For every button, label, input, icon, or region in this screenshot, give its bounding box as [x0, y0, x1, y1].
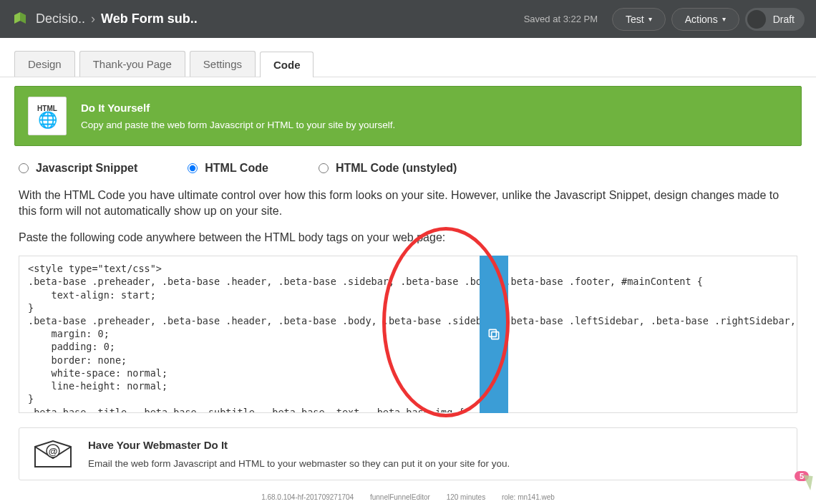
content: HTML 🌐 Do It Yourself Copy and paste the… [0, 77, 816, 480]
html-globe-icon: HTML 🌐 [28, 97, 67, 135]
tab-thankyou[interactable]: Thank-you Page [79, 51, 185, 77]
tab-design[interactable]: Design [14, 51, 75, 77]
help-badge[interactable]: 5 [802, 475, 812, 490]
breadcrumb: Decisio.. › Web Form sub.. [36, 11, 198, 26]
footer-role: role: mn141.web [502, 493, 555, 501]
radio-input-html[interactable] [188, 163, 198, 173]
saved-status: Saved at 3:22 PM [524, 14, 598, 24]
test-button-label: Test [626, 14, 644, 25]
webmaster-title: Have Your Webmaster Do It [88, 439, 510, 451]
description-p1: With the HTML Code you have ultimate con… [19, 188, 797, 220]
webmaster-panel[interactable]: @ Have Your Webmaster Do It Email the we… [19, 427, 797, 480]
footer-version: 1.68.0.104-hf-201709271704 [261, 493, 354, 501]
radio-html-code[interactable]: HTML Code [188, 162, 268, 175]
test-button[interactable]: Test ▾ [612, 8, 666, 31]
code-box-wrapper: <style type="text/css"> .beta-base .preh… [19, 256, 797, 413]
chevron-down-icon: ▾ [722, 15, 726, 23]
webmaster-subtitle: Email the web form Javascript and HTML t… [88, 458, 510, 469]
topbar: Decisio.. › Web Form sub.. Saved at 3:22… [0, 0, 816, 38]
svg-text:@: @ [49, 446, 58, 457]
footer: 1.68.0.104-hf-201709271704 funnelFunnelE… [0, 490, 816, 504]
help-arrow-icon [800, 475, 812, 490]
radio-label: HTML Code (unstyled) [336, 162, 457, 175]
footer-module: funnelFunnelEditor [370, 493, 430, 501]
svg-rect-2 [492, 332, 499, 339]
draft-label: Draft [773, 14, 795, 25]
breadcrumb-parent[interactable]: Decisio.. [36, 11, 85, 26]
diy-banner: HTML 🌐 Do It Yourself Copy and paste the… [14, 86, 802, 146]
actions-button-label: Actions [685, 14, 718, 25]
tab-code[interactable]: Code [260, 52, 314, 77]
code-snippet[interactable]: <style type="text/css"> .beta-base .preh… [19, 256, 797, 413]
svg-marker-0 [14, 12, 20, 24]
draft-toggle[interactable]: Draft [745, 8, 805, 31]
svg-rect-3 [489, 330, 496, 337]
envelope-at-icon: @ [32, 438, 74, 470]
copy-button[interactable] [480, 256, 508, 413]
code-type-radios: Javascript Snippet HTML Code HTML Code (… [14, 146, 802, 175]
radio-label: Javascript Snippet [36, 162, 137, 175]
actions-button[interactable]: Actions ▾ [671, 8, 739, 31]
radio-label: HTML Code [205, 162, 268, 175]
banner-subtitle: Copy and paste the web form Javascript o… [81, 120, 395, 130]
description: With the HTML Code you have ultimate con… [14, 175, 802, 246]
description-p2: Paste the following code anywhere betwee… [19, 230, 797, 246]
breadcrumb-current: Web Form sub.. [101, 11, 198, 26]
banner-title: Do It Yourself [81, 102, 395, 114]
tab-settings[interactable]: Settings [190, 51, 256, 77]
footer-time: 120 minutes [447, 493, 485, 501]
globe-icon: 🌐 [38, 112, 57, 128]
breadcrumb-separator: › [91, 11, 95, 26]
copy-icon [487, 327, 501, 341]
toggle-knob [747, 10, 766, 29]
radio-input-unstyled[interactable] [319, 163, 329, 173]
radio-html-unstyled[interactable]: HTML Code (unstyled) [319, 162, 457, 175]
radio-javascript-snippet[interactable]: Javascript Snippet [19, 162, 137, 175]
chevron-down-icon: ▾ [649, 15, 652, 23]
svg-marker-1 [20, 12, 26, 24]
radio-input-js[interactable] [19, 163, 29, 173]
tabs: Design Thank-you Page Settings Code [0, 38, 816, 77]
app-logo-icon [11, 11, 29, 28]
